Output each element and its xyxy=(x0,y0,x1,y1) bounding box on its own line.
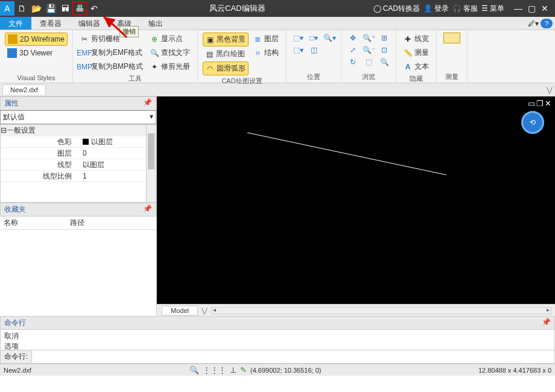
viewport-max-icon[interactable]: ❐ xyxy=(536,99,544,108)
text-button[interactable]: A文本 xyxy=(401,60,431,73)
pos-icon-4[interactable]: ◫ xyxy=(307,45,320,55)
tab-editor[interactable]: 编辑器 xyxy=(70,17,109,30)
ribbon-group-measure: 测量 xyxy=(437,30,468,83)
trim-aura-button[interactable]: ✦修剪光册 xyxy=(148,60,192,73)
prop-row-linetype[interactable]: 线型以图层 xyxy=(1,159,156,171)
undo-tooltip: 撤销 xyxy=(119,26,139,37)
properties-combo[interactable]: 默认值▾ xyxy=(0,110,156,124)
favorites-headers: 名称 路径 xyxy=(0,217,156,230)
new-icon[interactable]: 🗋 xyxy=(14,1,29,16)
support-button[interactable]: 🎧客服 xyxy=(452,4,478,14)
status-middle: 🔍 ⋮⋮⋮ ⊥ ✎ (4.699002; 10.36516; 0) xyxy=(189,365,321,375)
linewidth-button[interactable]: ✚线宽 xyxy=(401,33,431,45)
app-icon[interactable]: A xyxy=(0,1,14,16)
browse-icon-7[interactable]: ⊞ xyxy=(378,33,391,43)
save-icon[interactable]: 💾 xyxy=(43,1,58,16)
browse-icon-5[interactable]: 🔍⁻ xyxy=(362,45,375,55)
command-input[interactable] xyxy=(32,350,554,363)
open-icon[interactable]: 📂 xyxy=(29,1,43,16)
show-point-button[interactable]: ⊕显示点 xyxy=(148,33,192,45)
prop-row-color[interactable]: 色彩以图层 xyxy=(1,136,156,148)
pos-icon-3[interactable]: □▾ xyxy=(307,33,320,43)
ruler-big-icon xyxy=(443,33,460,43)
structure-icon: ⌗ xyxy=(253,49,262,57)
properties-scrollbar[interactable] xyxy=(146,125,156,202)
model-tabs-expand-icon[interactable]: ⋁ xyxy=(201,306,208,315)
canvas-hscrollbar[interactable] xyxy=(211,307,551,314)
pin-icon[interactable]: 📌 xyxy=(542,318,551,328)
ribbon-label-measure: 测量 xyxy=(442,71,462,81)
browse-icon-1[interactable]: ✥ xyxy=(346,33,360,43)
measure-big-button[interactable] xyxy=(442,33,462,71)
structure-button[interactable]: ⌗结构 xyxy=(251,46,281,59)
find-text-button[interactable]: 🔍查找文字 xyxy=(148,46,192,59)
wireframe-2d-button[interactable]: 2D Wireframe xyxy=(5,33,68,46)
browse-icon-6[interactable]: ⬚ xyxy=(362,57,375,68)
layers-button[interactable]: ≣图层 xyxy=(251,33,281,45)
copy-bmp-button[interactable]: BMP复制为BMP格式 xyxy=(78,60,145,73)
ribbon-options-icon[interactable]: 🖉▾ xyxy=(527,19,539,28)
status-snap-icon[interactable]: ✎ xyxy=(240,365,247,375)
browse-icon-2[interactable]: ⤢ xyxy=(346,45,360,55)
doctabs-expand-icon[interactable]: ⋁ xyxy=(547,86,553,94)
pos-icon-5[interactable]: 🔍▾ xyxy=(323,33,336,43)
pos-icon-2[interactable]: ⬚▾ xyxy=(291,45,305,55)
favorites-col-name[interactable]: 名称 xyxy=(4,218,70,228)
bw-draw-button[interactable]: ▤黑白绘图 xyxy=(203,48,249,60)
converter-icon: ◯ xyxy=(373,4,381,13)
drawing-canvas[interactable]: ▭ ❐ ✕ ⟲ xyxy=(157,96,555,304)
browse-icon-8[interactable]: ⊡ xyxy=(378,45,391,55)
ribbon-label-hide: 隐藏 xyxy=(401,73,431,83)
prop-group-general[interactable]: 一般设置 xyxy=(1,125,156,136)
favorites-body xyxy=(0,230,156,316)
tab-output[interactable]: 输出 xyxy=(140,17,171,30)
save-pdf-icon[interactable]: 🖬 xyxy=(58,1,72,16)
browse-icon-4[interactable]: 🔍⁺ xyxy=(362,33,375,43)
pin-icon[interactable]: 📌 xyxy=(143,98,152,109)
close-button[interactable]: ✕ xyxy=(539,4,550,13)
pin-icon[interactable]: 📌 xyxy=(143,204,152,215)
print-icon[interactable]: 🖶 xyxy=(72,1,87,16)
arc-icon: ◠ xyxy=(206,65,214,73)
properties-panel-title: 属性 📌 xyxy=(0,96,156,110)
cad-converter-button[interactable]: ◯CAD转换器 xyxy=(373,4,420,14)
copy-emf-button[interactable]: EMF复制为EMF格式 xyxy=(78,46,145,59)
command-log: 取消 选项 xyxy=(0,330,555,350)
tab-file[interactable]: 文件 xyxy=(0,17,31,30)
browse-icon-3[interactable]: ↻ xyxy=(346,57,360,68)
document-tab[interactable]: New2.dxf xyxy=(2,84,46,95)
help-icon[interactable]: ? xyxy=(541,19,553,28)
pos-icon-1[interactable]: ⬚▾ xyxy=(291,33,305,43)
prop-row-layer[interactable]: 图层0 xyxy=(1,148,156,159)
user-icon: 👤 xyxy=(423,4,433,13)
ribbon-group-tools: ✂剪切栅格 EMF复制为EMF格式 BMP复制为BMP格式 ⊕显示点 🔍查找文字… xyxy=(73,30,198,83)
smooth-arc-button[interactable]: ◠圆滑弧形 xyxy=(203,62,249,75)
status-ortho-icon[interactable]: ⊥ xyxy=(230,365,236,375)
title-bar: A 🗋 📂 💾 🖬 🖶 ↶ 风云CAD编辑器 ◯CAD转换器 👤登录 🎧客服 ☰… xyxy=(0,0,555,17)
model-tab[interactable]: Model xyxy=(162,306,198,315)
viewport-min-icon[interactable]: ▭ xyxy=(528,99,535,108)
measure-small-button[interactable]: 📏测量 xyxy=(401,46,431,59)
login-button[interactable]: 👤登录 xyxy=(423,4,449,14)
tab-viewer[interactable]: 查看器 xyxy=(31,17,70,30)
browse-icon-9[interactable]: 🔍 xyxy=(378,57,391,68)
viewport-fab-button[interactable]: ⟲ xyxy=(521,111,544,134)
minimize-button[interactable]: — xyxy=(513,4,524,13)
status-grid-icon[interactable]: ⋮⋮⋮ xyxy=(203,365,226,375)
command-input-row: 命令行: xyxy=(0,350,555,364)
undo-icon[interactable]: ↶ xyxy=(87,1,101,16)
black-bg-button[interactable]: ▣黑色背景 xyxy=(203,33,249,46)
point-icon: ⊕ xyxy=(150,35,159,43)
black-bg-icon: ▣ xyxy=(206,36,214,44)
favorites-col-path[interactable]: 路径 xyxy=(70,218,84,228)
ribbon-label-cad-settings: CAD绘图设置 xyxy=(203,75,281,86)
viewer-3d-icon xyxy=(7,48,17,58)
viewer-3d-button[interactable]: 3D Viewer xyxy=(5,47,68,59)
status-zoom-icon[interactable]: 🔍 xyxy=(189,365,199,375)
prop-row-ltscale[interactable]: 线型比例1 xyxy=(1,171,156,182)
drawn-line xyxy=(247,115,452,187)
maximize-button[interactable]: ▢ xyxy=(526,4,537,13)
ribbon-group-hide: ✚线宽 📏测量 A文本 隐藏 xyxy=(396,30,437,83)
menu-button[interactable]: ☰菜单 xyxy=(481,4,504,14)
viewport-close-icon[interactable]: ✕ xyxy=(545,99,551,108)
